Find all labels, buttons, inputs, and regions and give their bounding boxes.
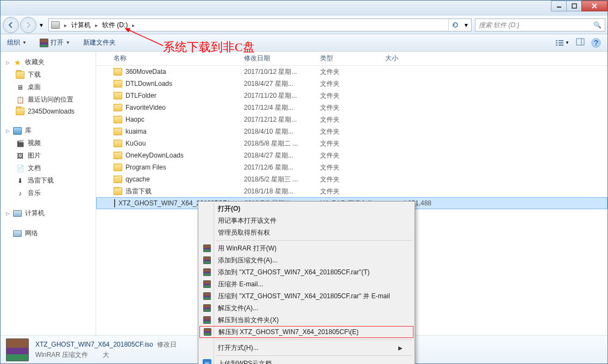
- rar-icon: [40, 39, 48, 47]
- file-row[interactable]: 360MoveData2017/10/12 星期...文件夹: [96, 66, 607, 78]
- address-bar[interactable]: ▸ 计算机 ▸ 软件 (D:) ▸ ▾: [48, 18, 472, 32]
- context-menu-item[interactable]: 打开(O): [199, 203, 413, 215]
- nav-forward-button[interactable]: [20, 17, 36, 33]
- chevron-right-icon[interactable]: ▸: [62, 22, 69, 28]
- sidebar-network[interactable]: ▷网络: [1, 227, 96, 240]
- file-type: 文件夹: [316, 127, 381, 136]
- file-row[interactable]: 迅雷下载2018/1/18 星期...文件夹: [96, 185, 607, 197]
- file-type: 文件夹: [316, 187, 381, 196]
- sidebar-item-downloads[interactable]: 下载: [1, 68, 96, 81]
- col-date[interactable]: 修改日期: [240, 54, 316, 63]
- svg-rect-4: [556, 40, 557, 41]
- folder-icon: [114, 187, 122, 195]
- column-headers[interactable]: 名称 修改日期 类型 大小: [96, 52, 607, 66]
- desktop-icon: 🖥: [16, 83, 24, 92]
- view-options-button[interactable]: ▼: [555, 39, 569, 47]
- context-menu-item[interactable]: W上传到WPS云文档: [199, 357, 413, 364]
- file-name: KuGou: [109, 140, 240, 147]
- picture-icon: 🖼: [16, 152, 24, 160]
- maximize-button[interactable]: [566, 1, 582, 11]
- file-row[interactable]: DTLDownLoads2018/4/27 星期...文件夹: [96, 78, 607, 90]
- rar-icon: [114, 199, 115, 208]
- folder-icon: [114, 164, 122, 171]
- sidebar-item-2345[interactable]: 2345Downloads: [1, 106, 96, 117]
- file-row[interactable]: DTLFolder2017/11/20 星期...文件夹: [96, 90, 607, 102]
- sidebar-item-music[interactable]: ♪音乐: [1, 187, 96, 199]
- new-folder-button[interactable]: 新建文件夹: [80, 36, 119, 49]
- file-row[interactable]: Haopc2017/12/12 星期...文件夹: [96, 114, 607, 125]
- file-row[interactable]: KuGou2018/5/8 星期二 ...文件夹: [96, 137, 607, 149]
- context-menu-item[interactable]: 用记事本打开该文件: [199, 215, 413, 227]
- context-menu-item[interactable]: 解压到 XTZ_GHOST_WIN7_X64_201805CF\(E): [199, 326, 413, 338]
- breadcrumb-computer[interactable]: 计算机: [69, 19, 93, 31]
- help-button[interactable]: ?: [591, 38, 601, 48]
- addr-dropdown[interactable]: ▾: [461, 21, 471, 29]
- sidebar-item-pictures[interactable]: 🖼图片: [1, 149, 96, 162]
- sidebar-item-recent[interactable]: 📋最近访问的位置: [1, 93, 96, 106]
- open-button[interactable]: 打开▼: [36, 36, 73, 49]
- context-menu-item[interactable]: 压缩并 E-mail...: [199, 278, 413, 290]
- context-menu-item[interactable]: 添加到 "XTZ_GHOST_WIN7_X64_201805CF.rar"(T): [199, 266, 413, 278]
- folder-icon: [114, 140, 122, 147]
- sidebar-favorites[interactable]: ▷★收藏夹: [1, 56, 96, 68]
- col-name[interactable]: 名称: [109, 54, 240, 63]
- minimize-button[interactable]: [551, 1, 567, 11]
- sidebar-item-desktop[interactable]: 🖥桌面: [1, 81, 96, 93]
- file-type: 文件夹: [316, 79, 381, 89]
- computer-icon: [13, 210, 22, 217]
- recent-icon: 📋: [16, 96, 24, 104]
- chevron-right-icon[interactable]: ▸: [130, 22, 137, 28]
- video-icon: 🎬: [16, 139, 24, 148]
- context-menu-item[interactable]: 解压文件(A)...: [199, 302, 413, 314]
- sidebar-item-thunder[interactable]: ⬇迅雷下载: [1, 174, 96, 187]
- file-type: 文件夹: [316, 115, 381, 124]
- music-icon: ♪: [16, 189, 24, 198]
- close-button[interactable]: [581, 1, 607, 11]
- file-row[interactable]: FavoriteVideo2017/12/4 星期...文件夹: [96, 102, 607, 114]
- sidebar-item-video[interactable]: 🎬视频: [1, 137, 96, 149]
- file-date: 2017/12/4 星期...: [240, 103, 316, 112]
- svg-rect-1: [572, 4, 576, 8]
- file-type: 文件夹: [316, 163, 381, 172]
- file-date: 2018/4/27 星期...: [240, 151, 316, 160]
- file-date: 2018/5/2 星期三 ...: [240, 175, 316, 184]
- svg-rect-5: [559, 40, 563, 41]
- svg-rect-9: [559, 45, 563, 46]
- titlebar: [1, 1, 607, 16]
- file-row[interactable]: Program Files2017/12/6 星期...文件夹: [96, 161, 607, 173]
- context-menu-item[interactable]: 添加到压缩文件(A)...: [199, 254, 413, 266]
- search-icon[interactable]: 🔍: [593, 21, 601, 29]
- context-menu-item[interactable]: 打开方式(H)...▶: [199, 342, 413, 354]
- rar-icon: [204, 328, 211, 336]
- sidebar-computer[interactable]: ▷计算机: [1, 207, 96, 219]
- context-menu-item[interactable]: 解压到当前文件夹(X): [199, 314, 413, 326]
- context-menu-item[interactable]: 用 WinRAR 打开(W): [199, 242, 413, 254]
- sidebar-item-documents[interactable]: 📄文档: [1, 162, 96, 174]
- file-name: qycache: [109, 175, 240, 183]
- context-menu-item[interactable]: 压缩到 "XTZ_GHOST_WIN7_X64_201805CF.rar" 并 …: [199, 290, 413, 302]
- file-type: 文件夹: [316, 151, 381, 160]
- rar-icon: [203, 316, 211, 324]
- organize-menu[interactable]: 组织▼: [4, 36, 30, 49]
- context-menu: 打开(O)用记事本打开该文件管理员取得所有权用 WinRAR 打开(W)添加到压…: [198, 201, 415, 364]
- folder-icon: [114, 175, 122, 183]
- preview-pane-button[interactable]: [576, 38, 585, 47]
- file-row[interactable]: OneKeyDownLoads2018/4/27 星期...文件夹: [96, 149, 607, 161]
- nav-back-button[interactable]: [3, 17, 19, 33]
- chevron-right-icon[interactable]: ▸: [93, 22, 100, 28]
- details-filename: XTZ_GHOST_WIN7_X64_201805CF.iso: [35, 341, 153, 348]
- nav-history-dropdown[interactable]: ▾: [37, 17, 45, 33]
- file-name: 迅雷下载: [109, 187, 240, 196]
- file-date: 2017/12/12 星期...: [240, 115, 316, 124]
- context-menu-item[interactable]: 管理员取得所有权: [199, 227, 413, 239]
- file-row[interactable]: kuaima2018/4/10 星期...文件夹: [96, 125, 607, 137]
- breadcrumb-drive[interactable]: 软件 (D:): [100, 19, 130, 31]
- toolbar: 组织▼ 打开▼ 新建文件夹 ▼ ?: [1, 34, 607, 52]
- file-row[interactable]: qycache2018/5/2 星期三 ...文件夹: [96, 173, 607, 185]
- col-size[interactable]: 大小: [381, 54, 435, 63]
- refresh-button[interactable]: [448, 19, 461, 31]
- sidebar-libraries[interactable]: ▷库: [1, 124, 96, 137]
- folder-icon: [114, 152, 122, 159]
- search-input[interactable]: 搜索 软件 (D:) 🔍: [475, 18, 605, 32]
- col-type[interactable]: 类型: [316, 54, 381, 63]
